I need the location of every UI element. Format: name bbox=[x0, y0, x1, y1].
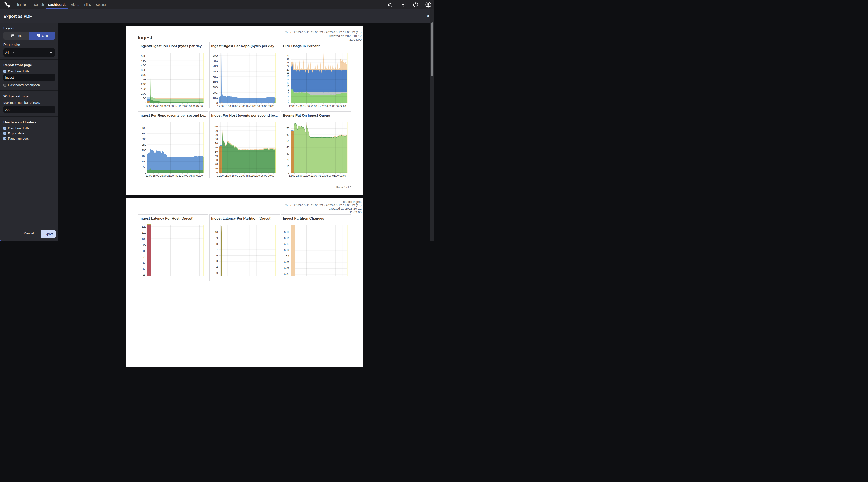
svg-text:0: 0 bbox=[145, 171, 146, 174]
svg-text:40G: 40G bbox=[141, 64, 146, 67]
svg-text:28: 28 bbox=[286, 55, 289, 58]
svg-text:90: 90 bbox=[215, 133, 218, 136]
svg-text:03:00: 03:00 bbox=[325, 174, 332, 177]
svg-text:60: 60 bbox=[215, 146, 218, 149]
svg-text:21:00: 21:00 bbox=[311, 105, 317, 108]
svg-text:120: 120 bbox=[142, 225, 146, 228]
svg-text:50G: 50G bbox=[141, 55, 146, 58]
svg-text:400: 400 bbox=[142, 126, 146, 129]
svg-text:18: 18 bbox=[286, 71, 289, 74]
svg-text:30: 30 bbox=[215, 158, 218, 162]
svg-text:10: 10 bbox=[215, 167, 218, 170]
svg-text:8: 8 bbox=[288, 88, 289, 91]
svg-text:16: 16 bbox=[286, 74, 289, 78]
svg-text:Thu 12: Thu 12 bbox=[246, 105, 253, 108]
svg-text:20: 20 bbox=[286, 68, 289, 71]
svg-text:06:00: 06:00 bbox=[332, 105, 339, 108]
svg-text:70G: 70G bbox=[213, 65, 218, 68]
svg-text:12:00: 12:00 bbox=[289, 105, 295, 108]
svg-text:40: 40 bbox=[286, 146, 289, 149]
svg-text:14: 14 bbox=[286, 78, 289, 81]
svg-text:12:00: 12:00 bbox=[146, 174, 152, 177]
svg-text:60G: 60G bbox=[213, 70, 218, 73]
svg-text:Thu 12: Thu 12 bbox=[317, 105, 324, 108]
svg-text:9: 9 bbox=[216, 236, 218, 240]
svg-text:4: 4 bbox=[288, 95, 289, 98]
svg-text:10: 10 bbox=[286, 85, 289, 88]
svg-text:06:00: 06:00 bbox=[332, 174, 339, 177]
svg-text:18:00: 18:00 bbox=[303, 105, 310, 108]
svg-text:06:00: 06:00 bbox=[189, 174, 195, 177]
svg-text:0: 0 bbox=[216, 102, 218, 105]
svg-text:Thu 12: Thu 12 bbox=[246, 174, 253, 177]
svg-text:90G: 90G bbox=[213, 54, 218, 57]
svg-text:15:00: 15:00 bbox=[224, 174, 231, 177]
svg-text:15:00: 15:00 bbox=[153, 105, 159, 108]
svg-text:21:00: 21:00 bbox=[239, 105, 245, 108]
svg-text:100: 100 bbox=[142, 237, 146, 240]
svg-text:10G: 10G bbox=[141, 92, 146, 95]
svg-text:09:00: 09:00 bbox=[340, 105, 346, 108]
svg-text:18:00: 18:00 bbox=[303, 174, 310, 177]
svg-text:09:00: 09:00 bbox=[268, 105, 274, 108]
svg-text:15:00: 15:00 bbox=[296, 174, 302, 177]
svg-text:200: 200 bbox=[142, 149, 146, 152]
svg-text:12:00: 12:00 bbox=[217, 105, 223, 108]
svg-text:0.18: 0.18 bbox=[284, 231, 289, 234]
svg-text:21:00: 21:00 bbox=[311, 174, 317, 177]
svg-text:60: 60 bbox=[286, 133, 289, 136]
svg-text:15:00: 15:00 bbox=[224, 105, 231, 108]
svg-text:20: 20 bbox=[286, 158, 289, 162]
svg-text:12: 12 bbox=[286, 81, 289, 85]
svg-text:21:00: 21:00 bbox=[239, 174, 245, 177]
svg-text:10: 10 bbox=[286, 165, 289, 168]
svg-text:50: 50 bbox=[143, 165, 146, 168]
svg-text:Thu 12: Thu 12 bbox=[174, 174, 181, 177]
svg-text:25G: 25G bbox=[141, 78, 146, 81]
svg-text:45G: 45G bbox=[141, 59, 146, 62]
svg-text:20: 20 bbox=[215, 163, 218, 166]
svg-text:50G: 50G bbox=[213, 75, 218, 78]
svg-text:03:00: 03:00 bbox=[253, 174, 260, 177]
svg-text:03:00: 03:00 bbox=[253, 105, 260, 108]
svg-text:350: 350 bbox=[142, 132, 146, 135]
svg-text:Thu 12: Thu 12 bbox=[174, 105, 181, 108]
svg-text:80: 80 bbox=[215, 137, 218, 140]
svg-text:Thu 12: Thu 12 bbox=[317, 174, 324, 177]
svg-text:30: 30 bbox=[286, 152, 289, 155]
svg-text:26: 26 bbox=[286, 58, 289, 61]
svg-text:18:00: 18:00 bbox=[231, 174, 238, 177]
svg-text:24: 24 bbox=[286, 61, 289, 64]
svg-text:100: 100 bbox=[142, 160, 146, 163]
svg-text:10G: 10G bbox=[213, 96, 218, 100]
svg-text:2: 2 bbox=[288, 98, 289, 101]
svg-text:30G: 30G bbox=[141, 73, 146, 76]
svg-text:30G: 30G bbox=[213, 86, 218, 89]
svg-text:15G: 15G bbox=[141, 88, 146, 91]
svg-text:0: 0 bbox=[216, 171, 218, 174]
svg-text:09:00: 09:00 bbox=[340, 174, 346, 177]
svg-text:09:00: 09:00 bbox=[196, 105, 203, 108]
svg-text:250: 250 bbox=[142, 143, 146, 146]
svg-text:03:00: 03:00 bbox=[325, 105, 332, 108]
svg-text:40G: 40G bbox=[213, 81, 218, 84]
svg-text:110: 110 bbox=[142, 231, 146, 234]
svg-text:10: 10 bbox=[215, 231, 218, 234]
svg-text:18:00: 18:00 bbox=[160, 105, 166, 108]
svg-text:70: 70 bbox=[286, 127, 289, 130]
svg-text:22: 22 bbox=[286, 65, 289, 68]
svg-text:09:00: 09:00 bbox=[268, 174, 274, 177]
svg-text:0.16: 0.16 bbox=[284, 236, 289, 240]
svg-text:06:00: 06:00 bbox=[189, 105, 195, 108]
svg-text:18:00: 18:00 bbox=[231, 105, 238, 108]
svg-text:12:00: 12:00 bbox=[289, 174, 295, 177]
svg-text:0: 0 bbox=[288, 102, 289, 105]
svg-text:03:00: 03:00 bbox=[182, 174, 188, 177]
svg-text:0: 0 bbox=[145, 102, 146, 105]
svg-text:15:00: 15:00 bbox=[153, 174, 159, 177]
svg-text:100: 100 bbox=[213, 129, 218, 132]
svg-text:03:00: 03:00 bbox=[182, 105, 188, 108]
svg-text:0: 0 bbox=[288, 171, 289, 174]
svg-text:15:00: 15:00 bbox=[296, 105, 302, 108]
svg-text:6: 6 bbox=[288, 92, 289, 95]
